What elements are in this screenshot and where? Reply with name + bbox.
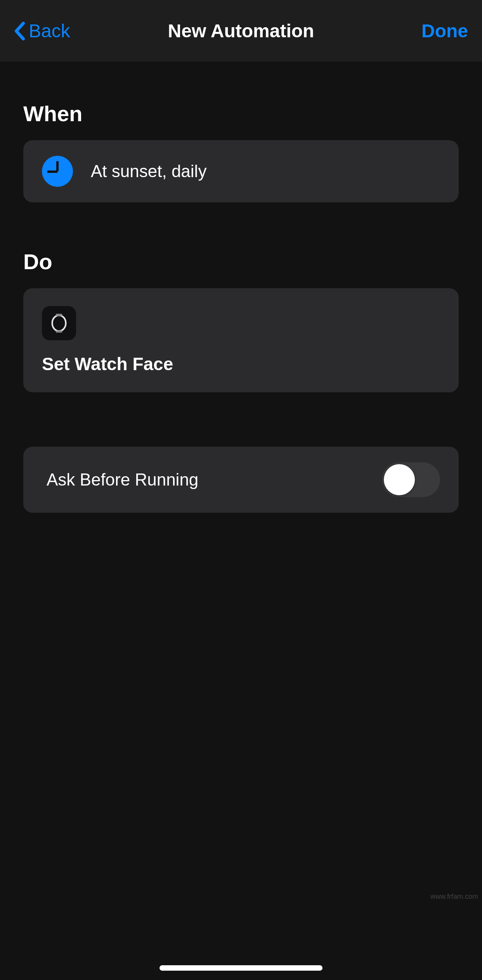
svg-rect-1 (56, 314, 62, 316)
ask-before-running-label: Ask Before Running (47, 470, 198, 489)
do-section-header: Do (23, 249, 459, 274)
ask-before-running-toggle[interactable] (382, 462, 440, 497)
when-section-header: When (23, 101, 459, 126)
action-title: Set Watch Face (42, 353, 440, 374)
navigation-bar: Back New Automation Done (0, 0, 482, 62)
home-indicator[interactable] (160, 965, 322, 971)
clock-icon (42, 156, 73, 187)
settings-section: Ask Before Running (23, 447, 459, 513)
do-action-card[interactable]: Set Watch Face (23, 288, 459, 392)
watch-icon (49, 313, 69, 334)
back-button[interactable]: Back (14, 20, 70, 42)
content-area: When At sunset, daily Do Set Watch Face … (0, 62, 482, 513)
toggle-knob (384, 464, 415, 495)
watch-app-icon (42, 306, 76, 340)
page-title: New Automation (168, 20, 314, 42)
chevron-left-icon (14, 22, 25, 40)
when-trigger-row[interactable]: At sunset, daily (23, 140, 459, 202)
trigger-label: At sunset, daily (91, 162, 206, 181)
svg-point-0 (52, 315, 66, 331)
ask-before-running-row[interactable]: Ask Before Running (23, 447, 459, 513)
done-button[interactable]: Done (421, 20, 468, 42)
back-label: Back (29, 20, 70, 42)
svg-rect-2 (56, 331, 62, 332)
watermark-text: www.frfam.com (430, 893, 478, 901)
